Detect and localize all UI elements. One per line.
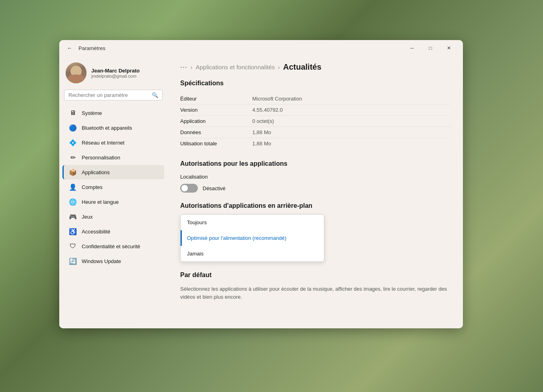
spec-row-application: Application 0 octet(s) <box>180 116 450 127</box>
sidebar-item-label: Accessibilité <box>82 229 111 235</box>
spec-value-application: 0 octet(s) <box>252 118 274 124</box>
main-content: ··· › Applications et fonctionnalités › … <box>167 56 463 328</box>
minimize-icon: ─ <box>410 45 414 51</box>
toggle-row: Désactivé <box>180 184 450 193</box>
sidebar-item-windows-update[interactable]: 🔄 Windows Update <box>62 254 164 268</box>
breadcrumb-dots[interactable]: ··· <box>180 63 187 71</box>
sidebar-item-comptes[interactable]: 👤 Comptes <box>62 180 164 194</box>
update-icon: 🔄 <box>69 257 77 265</box>
sidebar-item-label: Système <box>82 110 102 116</box>
spec-value-utilisation: 1,88 Mo <box>252 141 271 147</box>
comptes-icon: 👤 <box>69 183 77 191</box>
user-email: jmdelprato@gmail.com <box>91 74 140 78</box>
sidebar-item-label: Applications <box>82 169 110 175</box>
sidebar-item-personnalisation[interactable]: ✏ Personnalisation <box>62 150 164 165</box>
sidebar-item-heure[interactable]: 🌐 Heure et langue <box>62 195 164 209</box>
dropdown-menu: Toujours Optimisé pour l'alimentation (r… <box>180 214 324 262</box>
sidebar-item-jeux[interactable]: 🎮 Jeux <box>62 209 164 224</box>
accessibilite-icon: ♿ <box>69 227 77 235</box>
spec-value-donnees: 1,88 Mo <box>252 129 271 135</box>
perso-icon: ✏ <box>69 153 77 161</box>
arriere-plan-title: Autorisations d'applications en arrière-… <box>180 202 450 209</box>
sidebar-item-bluetooth[interactable]: 🔵 Bluetooth et appareils <box>62 121 164 135</box>
sidebar-nav: 🖥 Système 🔵 Bluetooth et appareils 💠 Rés… <box>59 105 167 269</box>
dropdown-item-jamais[interactable]: Jamais <box>181 246 324 261</box>
window-controls: ─ □ ✕ <box>403 42 458 54</box>
bluetooth-icon: 🔵 <box>69 124 77 132</box>
dropdown-item-label: Toujours <box>187 219 207 225</box>
sidebar-item-systeme[interactable]: 🖥 Système <box>62 106 164 120</box>
spec-row-utilisation: Utilisation totale 1,88 Mo <box>180 138 450 149</box>
user-name: Jean-Marc Delprato <box>91 68 140 74</box>
dropdown-item-label: Jamais <box>187 251 203 257</box>
sidebar-item-label: Windows Update <box>82 258 121 264</box>
spec-label-application: Application <box>180 118 252 124</box>
sidebar-item-label: Bluetooth et appareils <box>82 125 132 131</box>
avatar <box>66 62 86 83</box>
systeme-icon: 🖥 <box>69 109 77 117</box>
close-button[interactable]: ✕ <box>440 42 458 54</box>
specifications-title: Spécifications <box>180 80 450 87</box>
window-body: Jean-Marc Delprato jmdelprato@gmail.com … <box>59 56 463 328</box>
dropdown-container: Toujours Optimisé pour l'alimentation (r… <box>180 214 324 262</box>
window-title: Paramètres <box>78 45 105 51</box>
autorisations-apps-title: Autorisations pour les applications <box>180 160 450 167</box>
user-section: Jean-Marc Delprato jmdelprato@gmail.com <box>59 56 167 88</box>
applications-icon: 📦 <box>69 168 77 176</box>
localisation-toggle[interactable] <box>180 184 198 193</box>
close-icon: ✕ <box>447 45 451 51</box>
spec-row-version: Version 4.55.40792.0 <box>180 105 450 116</box>
spec-label-editeur: Éditeur <box>180 96 252 102</box>
selected-indicator <box>181 230 182 246</box>
sidebar-item-reseau[interactable]: 💠 Réseau et Internet <box>62 135 164 150</box>
sidebar-item-label: Personnalisation <box>82 155 120 161</box>
back-icon: ← <box>67 45 72 51</box>
spec-value-editeur: Microsoft Corporation <box>252 96 302 102</box>
breadcrumb: ··· › Applications et fonctionnalités › … <box>180 62 450 72</box>
par-defaut-section: Par défaut Sélectionnez les applications… <box>180 271 450 301</box>
settings-window: ← Paramètres ─ □ ✕ Jean-Marc Delp <box>59 40 463 328</box>
avatar-image <box>66 62 86 83</box>
sidebar-item-label: Heure et langue <box>82 199 119 205</box>
par-defaut-title: Par défaut <box>180 271 450 279</box>
titlebar: ← Paramètres ─ □ ✕ <box>59 40 463 56</box>
search-icon: 🔍 <box>152 92 158 98</box>
reseau-icon: 💠 <box>69 139 77 147</box>
maximize-icon: □ <box>429 45 432 51</box>
dropdown-item-toujours[interactable]: Toujours <box>181 215 324 230</box>
sidebar-item-accessibilite[interactable]: ♿ Accessibilité <box>62 224 164 239</box>
spec-label-donnees: Données <box>180 129 252 135</box>
back-button[interactable]: ← <box>64 42 75 54</box>
breadcrumb-sep-2: › <box>278 64 280 70</box>
heure-icon: 🌐 <box>69 198 77 206</box>
spec-label-utilisation: Utilisation totale <box>180 141 252 147</box>
dropdown-item-label: Optimisé pour l'alimentation (recommandé… <box>187 235 286 241</box>
sidebar-item-label: Comptes <box>82 184 103 190</box>
sidebar-item-applications[interactable]: 📦 Applications <box>62 165 164 179</box>
spec-value-version: 4.55.40792.0 <box>252 107 283 113</box>
maximize-button[interactable]: □ <box>421 42 440 54</box>
jeux-icon: 🎮 <box>69 213 77 221</box>
breadcrumb-sep-1: › <box>191 64 193 70</box>
confidentialite-icon: 🛡 <box>69 242 77 250</box>
minimize-button[interactable]: ─ <box>403 42 421 54</box>
sidebar-item-label: Réseau et Internet <box>82 140 125 146</box>
spec-row-donnees: Données 1,88 Mo <box>180 127 450 138</box>
sidebar-item-confidentialite[interactable]: 🛡 Confidentialité et sécurité <box>62 239 164 253</box>
search-input[interactable] <box>68 92 149 98</box>
par-defaut-description: Sélectionnez les applications à utiliser… <box>180 285 450 301</box>
toggle-label: Désactivé <box>203 185 225 191</box>
breadcrumb-parent[interactable]: Applications et fonctionnalités <box>196 64 275 70</box>
sidebar-item-label: Confidentialité et sécurité <box>82 243 140 249</box>
spec-row-editeur: Éditeur Microsoft Corporation <box>180 93 450 105</box>
user-info: Jean-Marc Delprato jmdelprato@gmail.com <box>91 68 140 78</box>
spec-label-version: Version <box>180 107 252 113</box>
localisation-label: Localisation <box>180 174 450 180</box>
sidebar-item-label: Jeux <box>82 214 93 220</box>
search-box[interactable]: 🔍 <box>64 90 163 101</box>
dropdown-item-optimise[interactable]: Optimisé pour l'alimentation (recommandé… <box>181 230 324 246</box>
specs-table: Éditeur Microsoft Corporation Version 4.… <box>180 93 450 149</box>
sidebar: Jean-Marc Delprato jmdelprato@gmail.com … <box>59 56 167 328</box>
breadcrumb-current: Actualités <box>283 62 322 72</box>
